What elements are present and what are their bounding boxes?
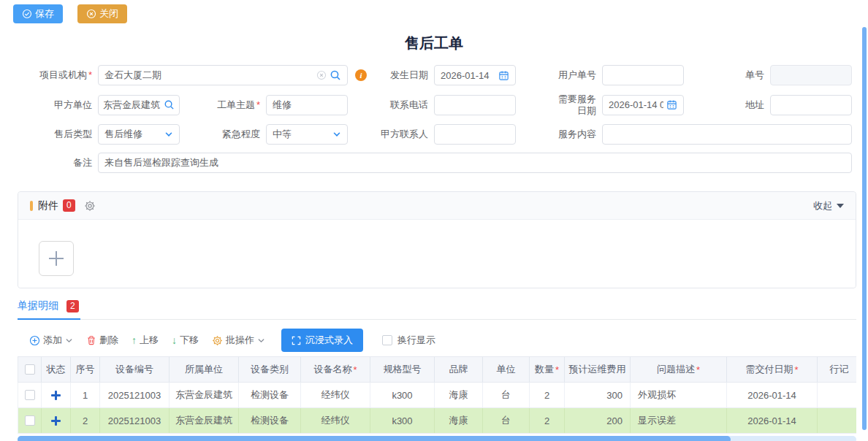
- search-icon[interactable]: [330, 69, 341, 81]
- subject-label: 工单主题: [180, 99, 266, 111]
- trash-icon: [86, 335, 96, 345]
- gear-icon[interactable]: [84, 200, 96, 212]
- cell-device_no: 2025121003: [100, 383, 170, 407]
- detail-table: 状态序号设备编号所属单位设备类别设备名称规格型号品牌单位数量预计运维费用问题描述…: [18, 356, 856, 434]
- cell-device_no: 2025121003: [100, 408, 170, 433]
- col-header-due_date: 需交付日期: [727, 357, 818, 382]
- delete-row-button[interactable]: 删除: [86, 334, 118, 347]
- cell-unit: 台: [483, 383, 530, 407]
- wrap-display-checkbox[interactable]: [382, 335, 392, 345]
- collapse-toggle[interactable]: 收起: [813, 199, 844, 212]
- chevron-down-icon: [257, 337, 265, 345]
- attachments-panel: 附件 0 收起: [18, 191, 856, 288]
- cell-device_name: 经纬仪: [301, 383, 370, 407]
- party-a-unit-field[interactable]: 东营金辰建筑: [98, 95, 180, 115]
- phone-field[interactable]: [434, 95, 516, 115]
- user-order-no-field[interactable]: [602, 65, 684, 85]
- section-marker: [30, 201, 33, 211]
- col-header-row_extra: 行记: [818, 357, 856, 382]
- cell-model: k300: [370, 408, 435, 433]
- cell-sel[interactable]: [18, 408, 42, 433]
- col-header-seq: 序号: [71, 357, 100, 382]
- cell-est_cost: 300: [565, 383, 631, 407]
- cell-category: 检测设备: [239, 408, 301, 433]
- row-status-plus-icon: [51, 416, 61, 426]
- party-a-contact-label: 甲方联系人: [348, 129, 434, 140]
- col-header-owner_unit: 所属单位: [170, 357, 239, 382]
- cell-owner_unit: 东营金辰建筑: [170, 408, 239, 433]
- cell-brand: 海康: [435, 408, 483, 433]
- clear-icon[interactable]: [316, 70, 327, 80]
- select-all-checkbox[interactable]: [25, 364, 35, 375]
- cell-problem: 显示误差: [631, 408, 727, 433]
- tab-detail[interactable]: 单据明细 2: [18, 299, 80, 320]
- cell-row_extra: [818, 408, 856, 433]
- col-header-qty: 数量: [530, 357, 565, 382]
- close-button[interactable]: 关闭: [77, 4, 127, 23]
- row-status-plus-icon: [51, 391, 61, 400]
- service-date-field[interactable]: 2026-01-14 00:00: [602, 95, 684, 115]
- move-up-button[interactable]: ↑ 上移: [132, 334, 159, 347]
- cell-due_date: 2026-01-14: [727, 408, 818, 433]
- move-down-button[interactable]: ↓ 下移: [172, 334, 199, 347]
- close-button-label: 关闭: [99, 7, 118, 20]
- cell-row_extra: [818, 383, 856, 407]
- batch-ops-button[interactable]: 批操作: [212, 334, 265, 347]
- add-row-button[interactable]: 添加: [29, 334, 73, 347]
- service-date-label: 需要服务日期: [516, 93, 602, 116]
- address-field[interactable]: [770, 95, 852, 115]
- project-label: 项目或机构: [12, 69, 98, 81]
- cell-seq: 2: [71, 408, 100, 433]
- cell-sel[interactable]: [18, 383, 42, 407]
- attachments-title: 附件: [38, 199, 58, 212]
- col-header-device_no: 设备编号: [100, 357, 170, 382]
- calendar-icon[interactable]: [498, 70, 509, 81]
- service-content-field[interactable]: [602, 124, 852, 145]
- horizontal-scrollbar-thumb[interactable]: [18, 436, 731, 441]
- table-row[interactable]: 12025121003东营金辰建筑检测设备经纬仪k300海康台2300外观损坏2…: [18, 383, 856, 408]
- save-button[interactable]: 保存: [13, 4, 63, 23]
- vertical-scrollbar-thumb[interactable]: [862, 27, 867, 430]
- col-header-est_cost: 预计运维费用: [565, 357, 631, 382]
- detail-toolbar: 添加 删除 ↑ 上移 ↓ 下移 批操作 沉浸式录入 换行显示: [29, 329, 868, 352]
- info-icon[interactable]: [355, 69, 367, 81]
- table-row[interactable]: 22025121003东营金辰建筑检测设备经纬仪k300海康台2200显示误差2…: [18, 408, 856, 434]
- project-field[interactable]: 金石大厦二期: [98, 65, 348, 85]
- row-checkbox[interactable]: [25, 390, 35, 400]
- party-a-contact-field[interactable]: [434, 124, 516, 145]
- aftersales-type-select[interactable]: 售后维修: [98, 124, 180, 145]
- tab-detail-label: 单据明细: [18, 299, 58, 312]
- cell-model: k300: [370, 383, 435, 407]
- service-content-label: 服务内容: [516, 129, 602, 140]
- project-value: 金石大厦二期: [104, 69, 313, 82]
- detail-table-header: 状态序号设备编号所属单位设备类别设备名称规格型号品牌单位数量预计运维费用问题描述…: [18, 356, 856, 383]
- horizontal-scrollbar[interactable]: [18, 436, 856, 441]
- cell-brand: 海康: [435, 383, 483, 407]
- party-a-unit-label: 甲方单位: [12, 99, 98, 111]
- col-header-sel[interactable]: [18, 357, 42, 382]
- wrap-display-toggle[interactable]: 换行显示: [382, 334, 435, 347]
- top-action-bar: 保存 关闭: [0, 0, 868, 25]
- urgency-select[interactable]: 中等: [266, 124, 348, 145]
- col-header-model: 规格型号: [370, 357, 435, 382]
- detail-table-body: 12025121003东营金辰建筑检测设备经纬仪k300海康台2300外观损坏2…: [18, 383, 856, 434]
- add-attachment-button[interactable]: [39, 241, 74, 276]
- subject-field[interactable]: 维修: [266, 95, 348, 115]
- col-header-status: 状态: [42, 357, 71, 382]
- attachments-count-badge: 0: [63, 199, 75, 212]
- row-checkbox[interactable]: [25, 415, 35, 426]
- cell-owner_unit: 东营金辰建筑: [170, 383, 239, 407]
- plus-circle-icon: [29, 335, 40, 346]
- arrow-down-icon: ↓: [172, 334, 177, 346]
- remark-field[interactable]: 来自售后巡检跟踪查询生成: [98, 153, 852, 173]
- immersive-entry-button[interactable]: 沉浸式录入: [281, 329, 363, 352]
- cell-device_name: 经纬仪: [301, 408, 370, 433]
- cell-category: 检测设备: [239, 383, 301, 407]
- aftersales-type-label: 售后类型: [12, 129, 98, 140]
- gear-icon: [212, 335, 223, 346]
- calendar-icon[interactable]: [666, 99, 677, 110]
- order-form: 项目或机构 金石大厦二期 发生日期 2026-01-14 用户单号 单号 甲方单…: [0, 65, 868, 173]
- save-button-label: 保存: [35, 7, 54, 20]
- occur-date-field[interactable]: 2026-01-14: [434, 65, 516, 85]
- search-icon[interactable]: [164, 99, 175, 110]
